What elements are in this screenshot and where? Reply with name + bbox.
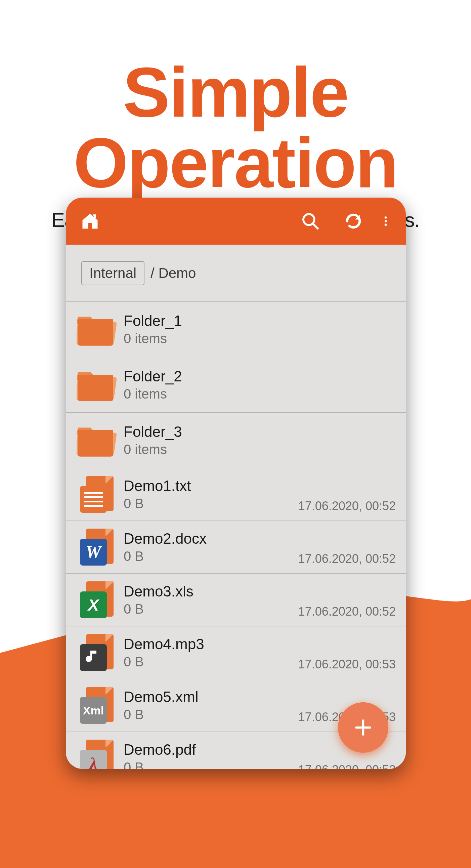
file-date: 17.06.2020, 00:53 bbox=[298, 657, 396, 673]
xml-file-icon: Xml bbox=[73, 685, 120, 725]
breadcrumb-path: / Demo bbox=[151, 265, 196, 281]
file-detail: 0 items bbox=[124, 331, 396, 346]
search-icon bbox=[301, 212, 320, 230]
list-item[interactable]: Demo4.mp3 0 B 17.06.2020, 00:53 bbox=[66, 626, 406, 679]
mp3-file-icon bbox=[73, 632, 120, 673]
app-bar bbox=[66, 197, 406, 245]
app-frame: Internal / Demo Folder_1 0 items Folde bbox=[66, 197, 406, 769]
file-date: 17.06.2020, 00:53 bbox=[298, 763, 396, 769]
list-item[interactable]: Folder_2 0 items bbox=[66, 357, 406, 413]
file-list: Folder_1 0 items Folder_2 0 items bbox=[66, 302, 406, 769]
file-detail: 0 B bbox=[124, 707, 292, 722]
home-icon bbox=[80, 211, 100, 231]
svg-point-3 bbox=[385, 220, 387, 222]
xls-file-icon: X bbox=[73, 580, 120, 620]
folder-icon bbox=[73, 365, 120, 405]
svg-point-2 bbox=[385, 216, 387, 219]
file-name: Demo3.xls bbox=[124, 583, 292, 600]
list-item[interactable]: W Demo2.docx 0 B 17.06.2020, 00:52 bbox=[66, 521, 406, 574]
file-date: 17.06.2020, 00:52 bbox=[298, 499, 396, 515]
svg-point-4 bbox=[385, 223, 387, 226]
list-item[interactable]: X Demo3.xls 0 B 17.06.2020, 00:52 bbox=[66, 574, 406, 626]
file-detail: 0 items bbox=[124, 441, 396, 457]
file-date: 17.06.2020, 00:52 bbox=[298, 604, 396, 620]
refresh-icon bbox=[344, 212, 363, 230]
search-button[interactable] bbox=[299, 210, 322, 232]
breadcrumb: Internal / Demo bbox=[66, 245, 406, 302]
file-name: Demo4.mp3 bbox=[124, 636, 292, 653]
file-detail: 0 B bbox=[124, 654, 292, 670]
promo-title: Simple Operation bbox=[0, 57, 471, 198]
home-button[interactable] bbox=[78, 210, 101, 232]
add-fab[interactable] bbox=[338, 702, 388, 753]
music-note-icon bbox=[84, 648, 102, 668]
txt-file-icon bbox=[73, 474, 120, 515]
file-name: Folder_2 bbox=[124, 368, 396, 385]
docx-file-icon: W bbox=[73, 527, 120, 567]
file-name: Demo6.pdf bbox=[124, 741, 292, 758]
file-detail: 0 B bbox=[124, 601, 292, 617]
list-item[interactable]: Folder_3 0 items bbox=[66, 413, 406, 468]
refresh-button[interactable] bbox=[342, 210, 365, 232]
plus-icon bbox=[353, 717, 374, 738]
file-name: Folder_1 bbox=[124, 312, 396, 330]
folder-icon bbox=[73, 420, 120, 460]
file-name: Folder_3 bbox=[124, 424, 396, 440]
file-detail: 0 B bbox=[124, 549, 292, 564]
file-name: Demo1.txt bbox=[124, 477, 292, 495]
pdf-file-icon: λ bbox=[73, 738, 120, 769]
list-item[interactable]: Folder_1 0 items bbox=[66, 302, 406, 357]
file-name: Demo2.docx bbox=[124, 530, 292, 548]
folder-icon bbox=[73, 309, 120, 349]
file-detail: 0 B bbox=[124, 496, 292, 511]
svg-point-0 bbox=[303, 214, 314, 225]
file-detail: 0 items bbox=[124, 386, 396, 402]
more-button[interactable] bbox=[378, 210, 393, 232]
more-vert-icon bbox=[380, 212, 391, 230]
file-name: Demo5.xml bbox=[124, 688, 292, 706]
file-date: 17.06.2020, 00:52 bbox=[298, 552, 396, 567]
breadcrumb-root[interactable]: Internal bbox=[81, 261, 145, 285]
list-item[interactable]: Demo1.txt 0 B 17.06.2020, 00:52 bbox=[66, 468, 406, 521]
file-detail: 0 B bbox=[124, 760, 292, 769]
svg-line-1 bbox=[313, 223, 318, 229]
